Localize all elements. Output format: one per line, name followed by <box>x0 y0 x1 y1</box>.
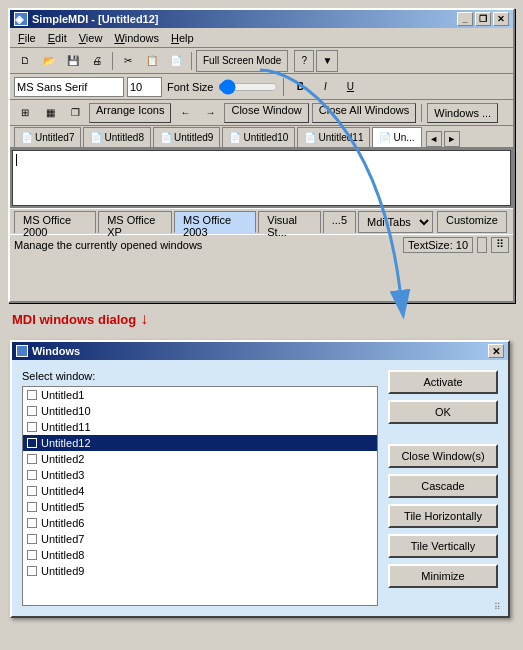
close-button[interactable]: ✕ <box>493 12 509 26</box>
text-size-panel: TextSize: 10 <box>403 237 473 253</box>
item-checkbox[interactable] <box>27 390 37 400</box>
item-checkbox[interactable] <box>27 438 37 448</box>
theme-msoffice-xp[interactable]: MS Office XP <box>98 211 172 233</box>
main-title: SimpleMDI - [Untitled12] <box>32 13 159 25</box>
item-checkbox[interactable] <box>27 534 37 544</box>
menu-edit[interactable]: Edit <box>42 30 73 46</box>
list-item[interactable]: Untitled2 <box>23 451 377 467</box>
menu-view[interactable]: View <box>73 30 109 46</box>
tile-horizontally-button[interactable]: Tile Horizontally <box>388 504 498 528</box>
sep4 <box>421 104 422 122</box>
ok-button[interactable]: OK <box>388 400 498 424</box>
status-bar: Manage the currently opened windows Text… <box>10 234 513 254</box>
minimize-button[interactable]: Minimize <box>388 564 498 588</box>
theme-visual-studio[interactable]: Visual St... <box>258 211 320 233</box>
list-item[interactable]: Untitled10 <box>23 403 377 419</box>
mdi-label-arrow: ↓ <box>140 310 148 328</box>
cascade-button[interactable]: Cascade <box>388 474 498 498</box>
item-checkbox[interactable] <box>27 502 37 512</box>
font-size-input[interactable] <box>127 77 162 97</box>
item-checkbox[interactable] <box>27 550 37 560</box>
tile-vertically-button[interactable]: Tile Vertically <box>388 534 498 558</box>
list-item[interactable]: Untitled6 <box>23 515 377 531</box>
status-text: Manage the currently opened windows <box>14 239 403 251</box>
tab-untitled10[interactable]: 📄Untitled10 <box>222 127 295 147</box>
list-item[interactable]: Untitled8 <box>23 547 377 563</box>
windows-dialog: Windows ✕ Select window: Untitled1 Untit… <box>10 340 510 618</box>
grip-panel: ⠿ <box>491 237 509 253</box>
dialog-close-button[interactable]: ✕ <box>488 344 504 358</box>
spacer1 <box>388 430 498 438</box>
list-item[interactable]: Untitled4 <box>23 483 377 499</box>
new-button[interactable]: 🗋 <box>14 50 36 72</box>
list-item[interactable]: Untitled11 <box>23 419 377 435</box>
item-checkbox[interactable] <box>27 486 37 496</box>
menu-windows[interactable]: Windows <box>108 30 165 46</box>
item-checkbox[interactable] <box>27 422 37 432</box>
minimize-button[interactable]: _ <box>457 12 473 26</box>
list-item[interactable]: Untitled5 <box>23 499 377 515</box>
underline-button[interactable]: U <box>339 76 361 98</box>
theme-msoffice2003[interactable]: MS Office 2003 <box>174 211 256 233</box>
window-list[interactable]: Untitled1 Untitled10 Untitled11 Untitled… <box>22 386 378 606</box>
item-checkbox[interactable] <box>27 406 37 416</box>
close-all-windows-button[interactable]: Close All Windows <box>312 103 416 123</box>
dialog-right-panel: Activate OK Close Window(s) Cascade Tile… <box>388 370 498 606</box>
dialog-left-panel: Select window: Untitled1 Untitled10 Unti… <box>22 370 378 606</box>
italic-button[interactable]: I <box>314 76 336 98</box>
list-item[interactable]: Untitled9 <box>23 563 377 579</box>
fullscreen-button[interactable]: Full Screen Mode <box>196 50 288 72</box>
paste-button[interactable]: 📄 <box>165 50 187 72</box>
theme-msoffice2000[interactable]: MS Office 2000 <box>14 211 96 233</box>
tab-untitled8[interactable]: 📄Untitled8 <box>83 127 150 147</box>
dialog-title-bar: Windows ✕ <box>12 342 508 360</box>
help-button[interactable]: ? <box>294 50 314 72</box>
restore-button[interactable]: ❐ <box>475 12 491 26</box>
select-window-label: Select window: <box>22 370 378 382</box>
item-checkbox[interactable] <box>27 454 37 464</box>
cut-button[interactable]: ✂ <box>117 50 139 72</box>
customize-button[interactable]: Customize <box>437 211 507 233</box>
theme-vs5[interactable]: ...5 <box>323 211 356 233</box>
save-button[interactable]: 💾 <box>62 50 84 72</box>
menu-bar: File Edit View Windows Help <box>10 28 513 48</box>
resize-grip[interactable]: ⠿ <box>494 602 506 614</box>
bold-button[interactable]: B <box>289 76 311 98</box>
tab-prev-button[interactable]: ◄ <box>426 131 442 147</box>
tile-icon: ▦ <box>39 102 61 124</box>
print-button[interactable]: 🖨 <box>86 50 108 72</box>
copy-button[interactable]: 📋 <box>141 50 163 72</box>
list-item[interactable]: Untitled1 <box>23 387 377 403</box>
open-button[interactable]: 📂 <box>38 50 60 72</box>
windows-menu-button[interactable]: Windows ... <box>427 103 498 123</box>
list-item-selected[interactable]: Untitled12 <box>23 435 377 451</box>
font-size-slider[interactable] <box>218 79 278 95</box>
cascade-icon-btn: ❐ <box>64 102 86 124</box>
arrange-icons-button[interactable]: Arrange Icons <box>89 103 171 123</box>
dialog-icon <box>16 345 28 357</box>
item-checkbox[interactable] <box>27 470 37 480</box>
close-windows-button[interactable]: Close Window(s) <box>388 444 498 468</box>
item-checkbox[interactable] <box>27 518 37 528</box>
mdi-tabs-dropdown[interactable]: Mdi Tabs <box>358 211 433 233</box>
list-item[interactable]: Untitled7 <box>23 531 377 547</box>
tab-untitled12[interactable]: 📄Un... <box>372 127 421 147</box>
menu-help[interactable]: Help <box>165 30 200 46</box>
tab-untitled9[interactable]: 📄Untitled9 <box>153 127 220 147</box>
list-item[interactable]: Untitled3 <box>23 467 377 483</box>
item-checkbox[interactable] <box>27 566 37 576</box>
arrow-icon: ← <box>174 102 196 124</box>
sep1 <box>112 52 113 70</box>
extra-button[interactable]: ▼ <box>316 50 338 72</box>
close-window-button[interactable]: Close Window <box>224 103 308 123</box>
title-bar-buttons: _ ❐ ✕ <box>457 12 509 26</box>
menu-file[interactable]: File <box>12 30 42 46</box>
font-size-label: Font Size <box>167 81 213 93</box>
tab-next-button[interactable]: ► <box>444 131 460 147</box>
activate-button[interactable]: Activate <box>388 370 498 394</box>
mdi-label: MDI windows dialog ↓ <box>12 310 148 328</box>
font-name-input[interactable] <box>14 77 124 97</box>
tab-untitled7[interactable]: 📄Untitled7 <box>14 127 81 147</box>
main-toolbar: 🗋 📂 💾 🖨 ✂ 📋 📄 Full Screen Mode ? ▼ <box>10 48 513 74</box>
tab-untitled11[interactable]: 📄Untitled11 <box>297 127 370 147</box>
